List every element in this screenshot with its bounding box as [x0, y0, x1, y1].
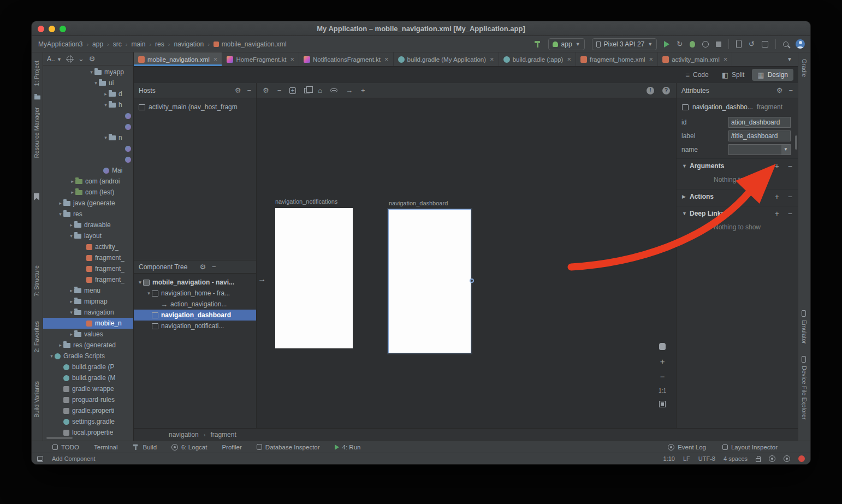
breadcrumb-fragment[interactable]: fragment [210, 431, 236, 438]
action-handle[interactable] [470, 278, 474, 283]
tree-item[interactable]: ▸res (generated [43, 340, 133, 351]
tool-button-profiler[interactable]: Profiler [222, 444, 241, 450]
zoom-in-button[interactable]: + [660, 357, 665, 365]
gear-icon[interactable]: ⚙ [235, 87, 241, 94]
host-item-activity-main[interactable]: activity_main (nav_host_fragm [134, 102, 256, 112]
tree-item[interactable]: ▾ui [43, 78, 133, 88]
component-item-notifications[interactable]: navigation_notificati... [134, 321, 256, 331]
gear-icon[interactable]: ⚙ [776, 87, 783, 94]
stop-button[interactable] [716, 41, 721, 47]
debug-button[interactable] [690, 41, 695, 48]
tool-window-toggle-icon[interactable] [37, 456, 43, 462]
tree-item[interactable]: ▾myapp [43, 67, 133, 78]
gear-icon[interactable]: ⚙ [263, 87, 269, 94]
tree-item[interactable]: ▾n [43, 132, 133, 143]
tree-item[interactable]: ▸d [43, 88, 133, 99]
build-hammer-icon[interactable] [534, 40, 541, 48]
remove-deep-link-button[interactable]: − [788, 209, 792, 218]
zoom-window-button[interactable] [60, 26, 66, 32]
id-field[interactable]: ation_dashboard [728, 117, 791, 128]
component-item-action[interactable]: →action_navigation... [134, 299, 256, 310]
arguments-section-header[interactable]: ▼ Arguments +− [677, 158, 798, 173]
deep-links-section-header[interactable]: ▼ Deep Links +− [677, 206, 798, 221]
minimize-window-button[interactable] [49, 26, 55, 32]
tree-item[interactable]: ▸mipmap [43, 296, 133, 307]
remove-action-button[interactable]: − [788, 192, 792, 201]
attributes-scrollbar[interactable] [795, 135, 797, 150]
breadcrumb-app[interactable]: app [92, 40, 103, 48]
close-icon[interactable]: × [290, 55, 294, 63]
tree-item[interactable]: ▸com (test) [43, 187, 133, 198]
new-destination-icon[interactable] [289, 87, 296, 94]
mode-split[interactable]: ◧Split [716, 69, 750, 81]
tool-button-resource-manager[interactable]: Resource Manager [33, 107, 40, 158]
tree-item[interactable]: Mai [43, 165, 133, 176]
collapse-icon[interactable]: − [277, 87, 282, 94]
tool-button-terminal[interactable]: Terminal [94, 444, 117, 450]
bookmark-icon[interactable] [34, 193, 39, 202]
zoom-out-button[interactable]: − [660, 372, 665, 381]
fragment-preview-notifications[interactable] [275, 208, 353, 348]
layout-inspector-icon[interactable] [762, 41, 768, 48]
add-argument-button[interactable]: + [775, 162, 779, 170]
tree-item[interactable]: activity_ [43, 241, 133, 252]
tree-item[interactable]: ▾navigation [43, 307, 133, 318]
tool-button-gradle[interactable]: Gradle [801, 59, 808, 77]
fragment-preview-dashboard-selected[interactable] [389, 210, 471, 353]
hide-panel-icon[interactable]: − [788, 87, 793, 94]
tree-item[interactable]: ▾h [43, 99, 133, 110]
name-combobox[interactable]: ▼ [728, 144, 791, 155]
tree-item[interactable] [43, 143, 133, 154]
line-ending-indicator[interactable]: LF [683, 455, 690, 462]
tree-item[interactable]: ▸values [43, 329, 133, 340]
tree-item[interactable]: ▸drawable [43, 220, 133, 230]
tree-item[interactable]: build.gradle (M [43, 372, 133, 383]
tree-item[interactable]: ▸menu [43, 285, 133, 296]
tool-button-project[interactable]: 1: Project [33, 61, 40, 86]
tree-item[interactable] [43, 110, 133, 121]
add-deep-link-button[interactable]: + [775, 209, 779, 218]
tree-item[interactable]: fragment_ [43, 274, 133, 285]
component-item-graph[interactable]: ▾mobile_navigation - navi... [134, 277, 256, 288]
locate-file-icon[interactable] [67, 56, 73, 62]
hidden-tabs-icon[interactable]: ▼ [781, 52, 798, 66]
tab-mobile-navigation-xml[interactable]: mobile_navigation.xml× [134, 52, 222, 66]
close-icon[interactable]: × [384, 55, 389, 63]
mode-design[interactable]: ▦Design [752, 69, 793, 81]
tree-item[interactable]: gradle-wrappe [43, 383, 133, 394]
encoding-indicator[interactable]: UTF-8 [698, 455, 715, 462]
gear-icon[interactable]: ⚙ [199, 263, 206, 270]
tree-item[interactable]: fragment_ [43, 252, 133, 263]
tree-item[interactable]: fragment_ [43, 263, 133, 274]
tree-item[interactable] [43, 154, 133, 165]
tool-button-favorites[interactable]: 2: Favorites [33, 321, 40, 352]
navigation-canvas[interactable]: → navigation_notifications navigation_da… [257, 98, 676, 428]
caret-position[interactable]: 1:10 [663, 455, 675, 462]
pan-hand-icon[interactable] [659, 343, 666, 350]
breadcrumb-project[interactable]: MyApplication3 [38, 40, 82, 48]
tool-button-logcat[interactable]: 6: Logcat [171, 444, 207, 450]
tab-home-fragment-kt[interactable]: HomeFragment.kt× [222, 52, 299, 66]
hide-panel-icon[interactable]: − [247, 87, 251, 94]
breadcrumb-navigation[interactable]: navigation [169, 431, 199, 438]
tab-activity-main-xml[interactable]: activity_main.xml× [658, 52, 732, 66]
search-icon[interactable] [783, 41, 788, 47]
error-notification-icon[interactable] [798, 455, 805, 462]
status-icon[interactable] [784, 455, 790, 462]
component-item-home[interactable]: ▾navigation_home - fra... [134, 288, 256, 299]
hide-panel-icon[interactable]: − [212, 263, 216, 270]
tree-item[interactable]: local.propertie [43, 427, 133, 438]
tab-notifications-fragment-kt[interactable]: NotificationsFragment.kt× [299, 52, 394, 66]
tab-fragment-home-xml[interactable]: fragment_home.xml× [576, 52, 658, 66]
tree-item[interactable]: gradle.properti [43, 405, 133, 416]
tree-item[interactable]: ▸java (generate [43, 198, 133, 209]
close-icon[interactable]: × [649, 55, 654, 63]
indent-indicator[interactable]: 4 spaces [724, 455, 748, 462]
tool-button-build-variants[interactable]: Build Variants [33, 381, 40, 418]
sync-project-icon[interactable]: ↺ [749, 40, 755, 48]
breadcrumb-navigation[interactable]: navigation [174, 40, 204, 48]
home-destination-icon[interactable]: ⌂ [318, 87, 322, 94]
tool-button-structure[interactable]: 7: Structure [33, 265, 40, 297]
run-button[interactable] [664, 41, 669, 48]
horizontal-scrollbar[interactable] [46, 437, 73, 439]
